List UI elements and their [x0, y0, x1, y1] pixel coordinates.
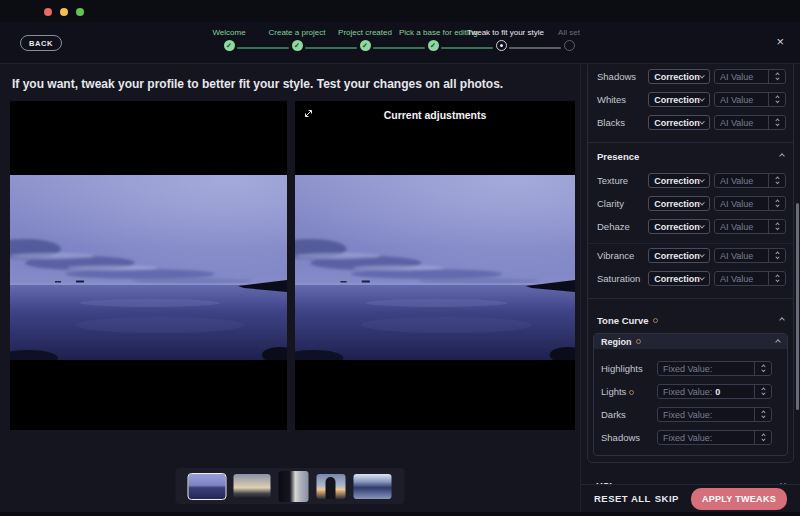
reset-all-button[interactable]: RESET ALL	[594, 493, 651, 504]
whites-stepper[interactable]	[768, 93, 785, 106]
step-check-icon: ✓	[360, 40, 371, 51]
adjustments-card: Shadows Correction AI Value Whites Corre…	[587, 64, 794, 463]
lights-stepper[interactable]	[754, 385, 771, 398]
chevron-down-icon	[761, 413, 765, 417]
clarity-value-input[interactable]: AI Value	[715, 197, 768, 210]
presence-section-header[interactable]: Presence	[588, 143, 793, 169]
darks-fixed-value-input[interactable]: Fixed Value:	[658, 408, 754, 421]
minimize-traffic-light[interactable]	[60, 8, 68, 16]
whites-value-input[interactable]: AI Value	[715, 93, 768, 106]
skip-button[interactable]: SKIP	[655, 493, 679, 504]
shadows-value-input[interactable]: AI Value	[715, 70, 768, 83]
row-label: Highlights	[601, 363, 653, 374]
thumbnail-vertical-shore[interactable]	[279, 471, 309, 502]
texture-value-group: AI Value	[714, 173, 786, 188]
chevron-down-icon	[699, 118, 705, 124]
row-label: Shadows	[601, 432, 653, 443]
dropdown-value: Correction	[654, 251, 700, 261]
close-icon[interactable]: ×	[776, 35, 784, 49]
chevron-down-icon	[761, 436, 765, 440]
clarity-mode-dropdown[interactable]: Correction	[648, 196, 710, 211]
close-traffic-light[interactable]	[44, 8, 52, 16]
chevron-down-icon	[775, 179, 779, 183]
tower-silhouette-shape	[326, 477, 336, 499]
region-row-lights: Lights Fixed Value:0	[594, 380, 787, 403]
window-titlebar	[0, 0, 800, 22]
row-label: Dehaze	[597, 221, 648, 232]
saturation-stepper[interactable]	[768, 272, 785, 285]
dropdown-value: Correction	[654, 274, 700, 284]
tone-curve-section-header[interactable]: Tone Curve	[588, 311, 793, 329]
step-label: All set	[535, 28, 603, 37]
blacks-mode-dropdown[interactable]: Correction	[648, 115, 710, 130]
dehaze-value-input[interactable]: AI Value	[715, 220, 768, 233]
region-row-shadows: Shadows Fixed Value:	[594, 426, 787, 449]
section-title: Tone Curve	[597, 315, 649, 326]
apply-tweaks-button[interactable]: APPLY TWEAKS	[691, 488, 787, 510]
modified-dot-icon	[653, 318, 658, 323]
highlights-stepper[interactable]	[754, 362, 771, 375]
dropdown-value: Correction	[654, 95, 700, 105]
chevron-up-icon	[779, 153, 785, 159]
thumbnail-tower-silhouette[interactable]	[317, 474, 346, 499]
blacks-stepper[interactable]	[768, 116, 785, 129]
chevron-down-icon	[775, 277, 779, 281]
back-button[interactable]: BACK	[20, 35, 62, 51]
chevron-down-icon	[699, 274, 705, 280]
region-shadows-fixed-value-input[interactable]: Fixed Value:	[658, 431, 754, 444]
highlights-fixed-value-input[interactable]: Fixed Value:	[658, 362, 754, 375]
chevron-down-icon	[699, 222, 705, 228]
shadows-mode-dropdown[interactable]: Correction	[648, 69, 710, 84]
texture-mode-dropdown[interactable]: Correction	[648, 173, 710, 188]
texture-value-input[interactable]: AI Value	[715, 174, 768, 187]
section-title: Presence	[597, 151, 639, 162]
adjusted-photo-panel: Current adjustments	[295, 101, 575, 430]
vibrance-value-group: AI Value	[714, 248, 786, 263]
step-label: Pick a base for editing	[399, 28, 467, 37]
sidebar-scrollbar[interactable]	[796, 203, 799, 410]
whites-mode-dropdown[interactable]: Correction	[648, 92, 710, 107]
region-section-header[interactable]: Region	[594, 334, 787, 349]
region-shadows-stepper[interactable]	[754, 431, 771, 444]
vibrance-mode-dropdown[interactable]: Correction	[648, 248, 710, 263]
step-pending-icon	[564, 40, 575, 51]
saturation-mode-dropdown[interactable]: Correction	[648, 271, 710, 286]
row-label: Whites	[597, 94, 648, 105]
adjustment-row-whites: Whites Correction AI Value	[588, 88, 793, 111]
thumbnail-lake-evening[interactable]	[354, 474, 392, 499]
vibrance-value-input[interactable]: AI Value	[715, 249, 768, 262]
current-adjustments-label: Current adjustments	[295, 109, 575, 121]
step-connector	[237, 47, 289, 49]
dehaze-mode-dropdown[interactable]: Correction	[648, 219, 710, 234]
dehaze-stepper[interactable]	[768, 220, 785, 233]
lights-fixed-value-input[interactable]: Fixed Value:0	[658, 385, 754, 398]
shadows-value-group: AI Value	[714, 69, 786, 84]
saturation-value-input[interactable]: AI Value	[715, 272, 768, 285]
thumbnail-seascape-dusk[interactable]	[189, 474, 226, 499]
vibrance-stepper[interactable]	[768, 249, 785, 262]
shadows-stepper[interactable]	[768, 70, 785, 83]
darks-stepper[interactable]	[754, 408, 771, 421]
thumbnail-sunset-clouds[interactable]	[234, 474, 271, 499]
chevron-down-icon	[775, 75, 779, 79]
step-check-icon: ✓	[428, 40, 439, 51]
filmstrip	[176, 468, 405, 504]
darks-value-group: Fixed Value:	[657, 407, 772, 422]
chevron-down-icon	[775, 225, 779, 229]
hsl-section-header[interactable]: HSL	[587, 477, 794, 484]
chevron-down-icon	[775, 254, 779, 258]
step-connector	[305, 47, 357, 49]
clarity-stepper[interactable]	[768, 197, 785, 210]
compare-panels: Current adjustments	[10, 101, 580, 430]
blacks-value-input[interactable]: AI Value	[715, 116, 768, 129]
adjustments-sidebar: Shadows Correction AI Value Whites Corre…	[580, 64, 800, 512]
sidebar-footer: RESET ALL SKIP APPLY TWEAKS	[581, 484, 800, 512]
original-photo	[10, 175, 287, 360]
step-check-icon: ✓	[292, 40, 303, 51]
instruction-text: If you want, tweak your profile to bette…	[12, 77, 580, 91]
window-bottom-edge	[0, 512, 800, 516]
maximize-traffic-light[interactable]	[76, 8, 84, 16]
texture-stepper[interactable]	[768, 174, 785, 187]
chevron-down-icon	[699, 251, 705, 257]
region-row-highlights: Highlights Fixed Value:	[594, 357, 787, 380]
